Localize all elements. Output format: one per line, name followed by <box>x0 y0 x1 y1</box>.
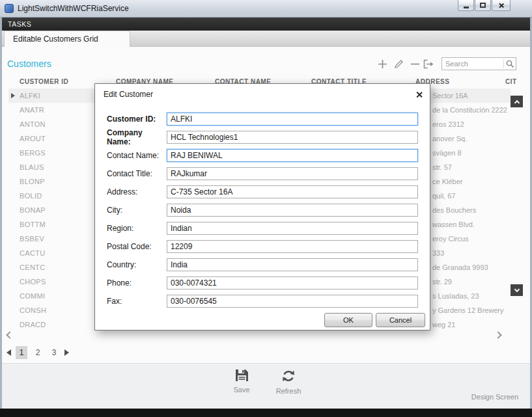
search-input[interactable] <box>442 60 503 68</box>
close-icon <box>415 91 423 98</box>
tasks-menu-item[interactable]: TASKS <box>8 20 31 28</box>
address-cell: eroy Circus <box>432 232 469 246</box>
selected-row-indicator-icon <box>11 93 15 98</box>
dialog-close-button[interactable] <box>415 89 423 101</box>
field-label: Contact Name: <box>107 151 167 160</box>
export-button[interactable] <box>423 59 434 70</box>
scroll-up-button[interactable] <box>511 96 523 107</box>
field-label: Phone: <box>107 278 167 288</box>
dialog-field-row: Country: <box>107 256 418 274</box>
window-bottom-edge <box>0 409 532 417</box>
dialog-field-row: Phone: <box>107 274 418 292</box>
dialog-title: Edit Customer <box>104 90 153 99</box>
address-cell: wassen Blvd. <box>432 217 475 232</box>
next-page-button[interactable] <box>64 349 69 356</box>
address-cell: de Granada 9993 <box>432 260 488 275</box>
region-input[interactable] <box>167 222 418 235</box>
refresh-icon <box>281 369 296 383</box>
dialog-field-row: Contact Name: <box>107 146 418 165</box>
customer-id-cell: CACTU <box>20 246 45 260</box>
ok-button[interactable]: OK <box>324 313 372 327</box>
tab-editable-customers-grid[interactable]: Editable Customers Grid <box>4 31 130 47</box>
address-cell: s Lusíadas, 23 <box>432 289 479 303</box>
add-button[interactable] <box>376 59 388 70</box>
customer-id-cell: BLONP <box>20 174 45 189</box>
scroll-left-button[interactable] <box>3 329 14 341</box>
field-label: Region: <box>107 224 167 233</box>
export-icon <box>423 59 434 69</box>
customer-id-input[interactable] <box>167 113 418 126</box>
field-label: Customer ID: <box>107 114 167 124</box>
dialog-fields: Customer ID:Company Name:Contact Name:Co… <box>107 110 418 310</box>
address-cell: str. 57 <box>432 160 452 174</box>
save-button[interactable]: Save <box>223 369 260 394</box>
delete-button[interactable] <box>409 59 421 70</box>
column-header-city: CIT <box>505 78 517 85</box>
app-window: LightSwitchWithWCFRiaService TASKS Edita… <box>0 0 532 417</box>
chevron-down-icon <box>514 286 519 291</box>
address-cell: 333 <box>432 246 444 260</box>
dialog-field-row: Address: <box>107 183 418 201</box>
close-button[interactable] <box>492 0 511 11</box>
field-label: Fax: <box>107 297 167 306</box>
contact-name-input[interactable] <box>167 149 418 162</box>
customer-id-cell: ANTON <box>20 117 46 131</box>
address-input[interactable] <box>167 185 418 198</box>
minus-icon <box>411 59 419 69</box>
close-icon <box>498 3 504 8</box>
contact-title-input[interactable] <box>167 167 418 180</box>
dialog-field-row: Postal Code: <box>107 237 418 256</box>
dialog-field-row: City: <box>107 201 418 219</box>
address-cell: y Gardens 12 Brewery <box>432 303 503 317</box>
chevron-up-icon <box>514 100 519 105</box>
field-label: Contact Title: <box>107 169 167 178</box>
page-button-1[interactable]: 1 <box>16 346 27 359</box>
maximize-icon <box>480 3 486 8</box>
customer-id-cell: CENTC <box>20 260 45 275</box>
customer-id-cell: BOLID <box>20 189 42 203</box>
save-icon <box>235 369 249 382</box>
address-cell: quil, 67 <box>432 189 455 203</box>
city-input[interactable] <box>167 204 418 217</box>
design-screen-label: Design Screen <box>471 393 518 401</box>
fax-input[interactable] <box>167 295 418 308</box>
page-button-3[interactable]: 3 <box>48 346 60 359</box>
maximize-button[interactable] <box>475 0 491 11</box>
chevron-left-icon <box>6 331 13 338</box>
page-button-2[interactable]: 2 <box>32 346 44 359</box>
app-icon <box>5 4 14 13</box>
customer-id-cell: BLAUS <box>20 160 44 174</box>
field-label: Company Name: <box>107 128 167 146</box>
dialog-field-row: Region: <box>107 219 418 237</box>
postal-code-input[interactable] <box>167 240 418 253</box>
edit-button[interactable] <box>393 59 404 70</box>
dialog-field-row: Customer ID: <box>107 110 418 128</box>
dialog-field-row: Contact Title: <box>107 165 418 183</box>
search-box <box>441 57 516 70</box>
company-name-input[interactable] <box>167 131 418 144</box>
previous-page-button[interactable] <box>7 349 11 356</box>
address-cell: anover Sq. <box>432 131 467 146</box>
customer-id-cell: BONAP <box>20 203 46 217</box>
dialog-field-row: Fax: <box>107 292 418 310</box>
customer-id-cell: CHOPS <box>20 275 46 289</box>
address-cell: de la Constitución 2222 <box>432 103 507 117</box>
customer-id-cell: BSBEV <box>20 232 44 246</box>
minimize-button[interactable] <box>458 0 474 11</box>
plus-icon <box>378 59 387 69</box>
cancel-button[interactable]: Cancel <box>376 313 425 327</box>
scroll-down-button[interactable] <box>511 284 523 296</box>
command-bar: Save Refresh Design Screen <box>2 363 530 409</box>
country-input[interactable] <box>167 258 418 271</box>
phone-input[interactable] <box>167 276 418 289</box>
refresh-button[interactable]: Refresh <box>270 369 307 395</box>
search-icon[interactable] <box>504 60 516 68</box>
address-cell: str. 29 <box>432 275 452 289</box>
scroll-right-button[interactable] <box>494 329 504 341</box>
titlebar: LightSwitchWithWCFRiaService <box>0 0 532 18</box>
customer-id-cell: DRACD <box>20 317 46 332</box>
address-cell: ce Kléber <box>432 174 462 189</box>
save-label: Save <box>233 386 249 394</box>
field-label: City: <box>107 206 167 215</box>
chevron-right-icon <box>494 331 501 338</box>
